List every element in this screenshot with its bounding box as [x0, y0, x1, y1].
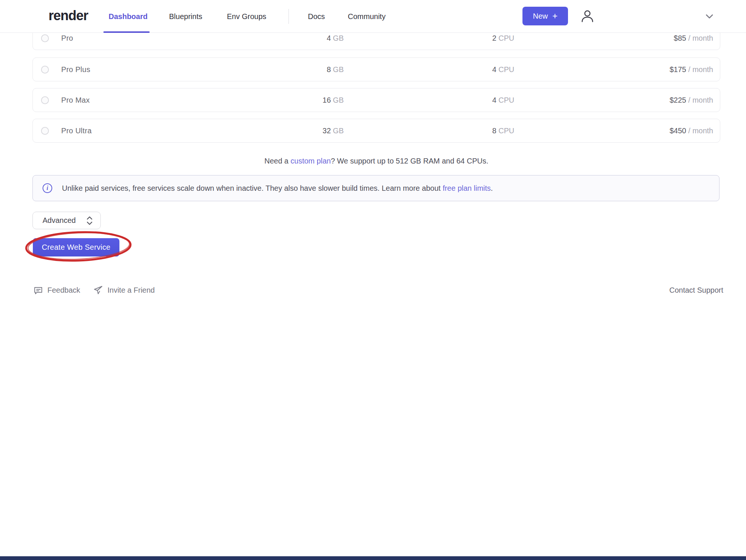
plan-price: $225 / month	[669, 88, 713, 112]
nav-tab-env-groups[interactable]: Env Groups	[227, 0, 266, 33]
invite-a-friend-link[interactable]: Invite a Friend	[93, 285, 155, 295]
feedback-label: Feedback	[47, 286, 80, 295]
banner-text: Unlike paid services, free services scal…	[62, 184, 493, 193]
feedback-icon	[34, 286, 43, 295]
top-navigation-bar: render Dashboard Blueprints Env Groups D…	[0, 0, 746, 33]
advanced-toggle-button[interactable]: Advanced	[32, 212, 101, 229]
plan-cpu: 8 CPU	[33, 119, 514, 142]
dashboard-active-underline	[103, 31, 150, 33]
nav-tab-dashboard[interactable]: Dashboard	[109, 0, 147, 33]
bottom-taskbar-strip	[0, 556, 746, 560]
nav-tab-docs[interactable]: Docs	[308, 0, 325, 33]
plan-cpu: 4 CPU	[33, 88, 514, 112]
nav-divider	[288, 9, 289, 24]
plan-cpu: 4 CPU	[33, 58, 514, 81]
plus-icon: +	[552, 12, 558, 21]
info-icon: i	[43, 183, 52, 193]
contact-support-link[interactable]: Contact Support	[669, 285, 723, 295]
unfold-more-icon	[86, 216, 93, 225]
plan-price: $175 / month	[669, 58, 713, 81]
nav-tab-blueprints[interactable]: Blueprints	[169, 0, 202, 33]
new-button[interactable]: New +	[522, 7, 568, 25]
plan-row-pro-plus[interactable]: Pro Plus 8 GB 4 CPU $175 / month	[32, 57, 720, 81]
custom-plan-suffix: ? We support up to 512 GB RAM and 64 CPU…	[331, 157, 488, 165]
free-plan-info-banner: i Unlike paid services, free services sc…	[32, 175, 720, 201]
user-avatar-icon[interactable]	[579, 8, 596, 25]
advanced-label: Advanced	[43, 216, 76, 225]
render-logo[interactable]: render	[49, 0, 88, 33]
new-button-label: New	[533, 12, 548, 21]
custom-plan-prefix: Need a	[265, 157, 291, 165]
plan-row-pro-ultra[interactable]: Pro Ultra 32 GB 8 CPU $450 / month	[32, 119, 720, 143]
nav-tab-community[interactable]: Community	[348, 0, 386, 33]
chevron-down-icon[interactable]	[703, 11, 716, 22]
paper-plane-icon	[93, 285, 103, 295]
create-web-service-button[interactable]: Create Web Service	[33, 238, 119, 256]
custom-plan-line: Need a custom plan? We support up to 512…	[32, 157, 720, 165]
custom-plan-link[interactable]: custom plan	[291, 157, 331, 165]
plan-row-pro-max[interactable]: Pro Max 16 GB 4 CPU $225 / month	[32, 88, 720, 112]
contact-support-label: Contact Support	[669, 286, 723, 295]
plan-price: $450 / month	[669, 119, 713, 142]
invite-label: Invite a Friend	[107, 286, 155, 295]
feedback-link[interactable]: Feedback	[34, 285, 80, 295]
free-plan-limits-link[interactable]: free plan limits	[443, 184, 491, 192]
